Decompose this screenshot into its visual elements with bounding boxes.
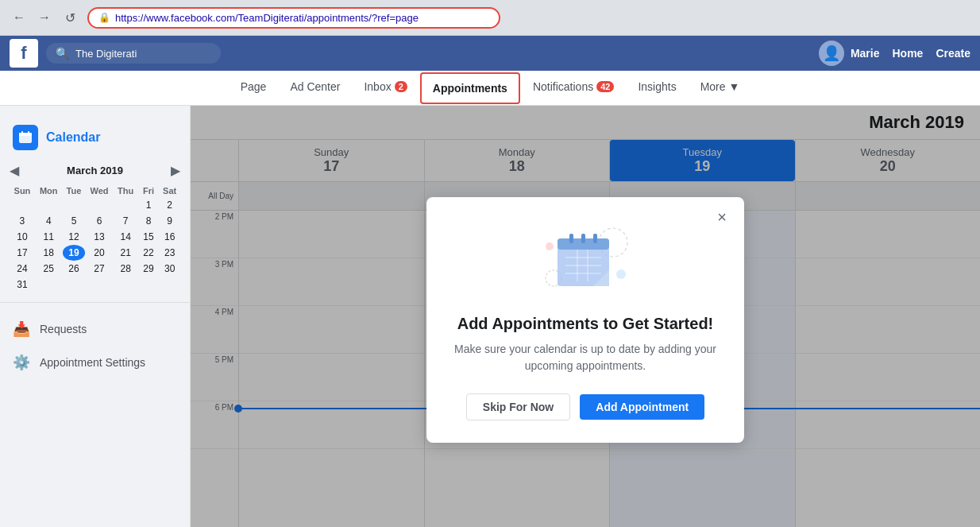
mini-cal-day <box>138 277 160 293</box>
mini-cal-day[interactable]: 11 <box>35 229 63 245</box>
mini-cal-day[interactable]: 21 <box>114 245 138 261</box>
mini-cal-day[interactable]: 23 <box>159 245 180 261</box>
mini-cal-day <box>35 197 63 213</box>
mini-cal-day[interactable]: 19 <box>63 245 86 261</box>
address-bar-input[interactable] <box>115 12 489 24</box>
mini-cal-day <box>85 277 113 293</box>
mini-cal-day[interactable]: 7 <box>114 213 138 229</box>
main-layout: Calendar ◀ March 2019 ▶ Sun Mon Tue Wed … <box>0 106 980 527</box>
address-bar-container: 🔒 <box>87 7 500 29</box>
mini-cal-day[interactable]: 30 <box>159 261 180 277</box>
subnav-inbox-label: Inbox <box>364 80 391 93</box>
subnav-ad-center[interactable]: Ad Center <box>279 72 351 103</box>
fb-user-info[interactable]: 👤 Marie <box>819 41 880 66</box>
fb-search-bar[interactable]: 🔍 <box>46 43 221 64</box>
facebook-logo: f <box>10 39 38 68</box>
svg-point-18 <box>616 269 626 279</box>
mini-cal-day[interactable]: 25 <box>35 261 63 277</box>
mini-cal-day[interactable]: 9 <box>159 213 180 229</box>
subnav-inbox[interactable]: Inbox 2 <box>353 72 418 103</box>
add-appointment-button[interactable]: Add Appointment <box>580 394 704 420</box>
mini-cal-day[interactable]: 20 <box>85 245 113 261</box>
mini-cal-day[interactable]: 14 <box>114 229 138 245</box>
mini-cal-day[interactable]: 28 <box>114 261 138 277</box>
subnav-appointments[interactable]: Appointments <box>420 72 520 104</box>
mini-cal-day[interactable]: 18 <box>35 245 63 261</box>
modal-overlay: × <box>191 106 980 527</box>
modal-buttons: Skip For Now Add Appointment <box>449 393 722 420</box>
mini-cal-day[interactable]: 15 <box>138 229 160 245</box>
mini-calendar-grid: Sun Mon Tue Wed Thu Fri Sat 123456789101… <box>10 184 180 293</box>
subnav-insights[interactable]: Insights <box>627 72 687 103</box>
mini-cal-day[interactable]: 6 <box>85 213 113 229</box>
sidebar: Calendar ◀ March 2019 ▶ Sun Mon Tue Wed … <box>0 106 191 527</box>
mini-cal-day[interactable]: 5 <box>63 213 86 229</box>
subnav-notifications[interactable]: Notifications 42 <box>522 72 626 103</box>
mini-cal-day[interactable]: 22 <box>138 245 160 261</box>
skip-button[interactable]: Skip For Now <box>466 393 570 420</box>
dow-sun: Sun <box>10 184 35 197</box>
fb-search-input[interactable] <box>75 48 211 60</box>
fb-search-icon: 🔍 <box>56 47 69 60</box>
subnav-page-label: Page <box>241 80 267 93</box>
subnav-ad-center-label: Ad Center <box>290 80 340 93</box>
mini-cal-day[interactable]: 12 <box>63 229 86 245</box>
mini-cal-day[interactable]: 17 <box>10 245 35 261</box>
subnav-page[interactable]: Page <box>230 72 278 103</box>
mini-cal-day[interactable]: 29 <box>138 261 160 277</box>
browser-chrome: ← → ↺ 🔒 <box>0 0 980 36</box>
mini-cal-day[interactable]: 16 <box>159 229 180 245</box>
mini-cal-day <box>63 277 86 293</box>
svg-rect-2 <box>21 131 23 134</box>
sidebar-appointment-settings-label: Appointment Settings <box>40 356 145 369</box>
refresh-button[interactable]: ↺ <box>59 6 81 29</box>
calendar-main: March 2019 Sunday 17 Monday 18 Tuesday 1… <box>191 106 980 527</box>
svg-point-17 <box>546 242 554 250</box>
sidebar-calendar-title: Calendar <box>46 130 100 145</box>
mini-cal-day <box>35 277 63 293</box>
mini-cal-prev[interactable]: ◀ <box>10 163 19 178</box>
modal-close-button[interactable]: × <box>711 207 733 229</box>
settings-icon: ⚙️ <box>13 354 30 371</box>
subnav-insights-label: Insights <box>638 80 676 93</box>
svg-rect-9 <box>581 234 585 243</box>
mini-cal-day[interactable]: 4 <box>35 213 63 229</box>
mini-cal-day[interactable]: 3 <box>10 213 35 229</box>
mini-cal-day[interactable]: 24 <box>10 261 35 277</box>
subnav-more-label: More ▼ <box>700 80 740 93</box>
forward-button[interactable]: → <box>33 6 56 29</box>
mini-cal-day[interactable]: 13 <box>85 229 113 245</box>
sidebar-requests[interactable]: 📥 Requests <box>0 312 190 346</box>
fb-create-link[interactable]: Create <box>936 47 970 60</box>
mini-cal-day <box>114 277 138 293</box>
svg-rect-3 <box>28 131 29 134</box>
mini-cal-next[interactable]: ▶ <box>171 163 180 178</box>
mini-cal-day <box>10 197 35 213</box>
fb-username: Marie <box>851 47 880 60</box>
fb-avatar: 👤 <box>819 41 844 66</box>
modal-description: Make sure your calendar is up to date by… <box>449 341 722 374</box>
subnav-appointments-label: Appointments <box>433 82 507 95</box>
svg-rect-1 <box>19 133 32 136</box>
sidebar-requests-label: Requests <box>40 323 87 335</box>
mini-cal-day[interactable]: 2 <box>159 197 180 213</box>
mini-cal-day[interactable]: 10 <box>10 229 35 245</box>
mini-cal-day[interactable]: 27 <box>85 261 113 277</box>
back-button[interactable]: ← <box>8 6 30 29</box>
subnav-more[interactable]: More ▼ <box>689 72 751 103</box>
mini-cal-day[interactable]: 8 <box>138 213 160 229</box>
mini-cal-day[interactable]: 26 <box>63 261 86 277</box>
mini-cal-day[interactable]: 31 <box>10 277 35 293</box>
sub-navigation: Page Ad Center Inbox 2 Appointments Noti… <box>0 71 980 106</box>
modal-box: × <box>426 197 744 443</box>
mini-cal-day[interactable]: 1 <box>138 197 160 213</box>
sidebar-appointment-settings[interactable]: ⚙️ Appointment Settings <box>0 346 190 379</box>
browser-nav-buttons: ← → ↺ <box>8 6 81 29</box>
facebook-header: f 🔍 👤 Marie Home Create <box>0 36 980 71</box>
modal-title: Add Appointments to Get Started! <box>449 315 722 333</box>
inbox-badge: 2 <box>395 81 407 92</box>
mini-cal-day <box>63 197 86 213</box>
fb-home-link[interactable]: Home <box>893 47 924 60</box>
modal-illustration <box>538 223 633 302</box>
dow-wed: Wed <box>85 184 113 197</box>
